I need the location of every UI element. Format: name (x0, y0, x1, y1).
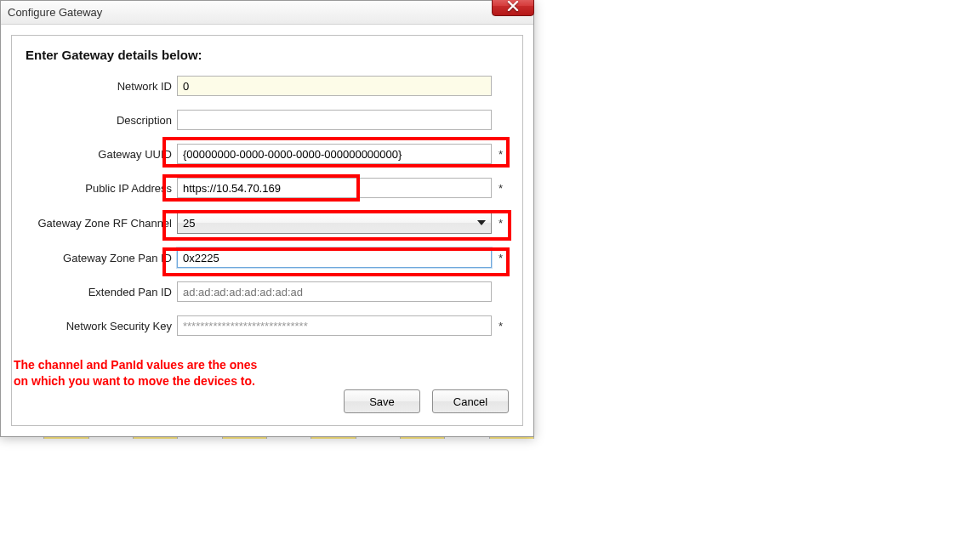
label-gateway-uuid: Gateway UUID (26, 148, 177, 161)
row-gateway-uuid: Gateway UUID * (26, 144, 509, 164)
form-panel: Enter Gateway details below: Network ID … (11, 35, 523, 426)
label-description: Description (26, 114, 177, 127)
input-description[interactable] (177, 110, 492, 130)
row-public-ip: Public IP Address * (26, 178, 509, 198)
label-pan-id: Gateway Zone Pan ID (26, 252, 177, 264)
input-public-ip[interactable] (177, 178, 492, 198)
annotation-text: The channel and PanId values are the one… (14, 357, 269, 389)
input-pan-id[interactable] (177, 247, 492, 268)
asterisk-public-ip: * (499, 182, 503, 195)
select-rf-channel[interactable]: 25 (177, 212, 492, 234)
form-heading: Enter Gateway details below: (26, 48, 509, 62)
label-public-ip: Public IP Address (26, 182, 177, 195)
button-bar: Save Cancel (344, 389, 509, 413)
row-sec-key: Network Security Key * (26, 315, 509, 336)
close-button[interactable] (492, 0, 534, 16)
input-sec-key[interactable] (177, 315, 492, 336)
titlebar[interactable]: Configure Gateway (1, 1, 533, 25)
asterisk-gateway-uuid: * (499, 148, 503, 161)
label-rf-channel: Gateway Zone RF Channel (26, 217, 177, 230)
close-icon (507, 1, 519, 11)
cancel-button[interactable]: Cancel (432, 389, 509, 413)
input-gateway-uuid[interactable] (177, 144, 492, 164)
row-ext-pan-id: Extended Pan ID (26, 281, 509, 302)
label-network-id: Network ID (26, 80, 177, 93)
asterisk-rf-channel: * (499, 217, 503, 230)
row-network-id: Network ID (26, 76, 509, 96)
row-pan-id: Gateway Zone Pan ID * (26, 247, 509, 268)
label-sec-key: Network Security Key (26, 320, 177, 332)
save-button[interactable]: Save (344, 389, 420, 413)
asterisk-pan-id: * (499, 252, 503, 264)
select-rf-channel-value: 25 (183, 217, 195, 230)
row-rf-channel: Gateway Zone RF Channel 25 * (26, 212, 509, 234)
label-ext-pan-id: Extended Pan ID (26, 286, 177, 298)
input-ext-pan-id[interactable] (177, 281, 492, 302)
configure-gateway-dialog: Configure Gateway Enter Gateway details … (0, 0, 534, 437)
input-network-id[interactable] (177, 76, 492, 96)
row-description: Description (26, 110, 509, 130)
window-title: Configure Gateway (8, 6, 102, 19)
chevron-down-icon (477, 220, 486, 225)
asterisk-sec-key: * (499, 320, 503, 332)
